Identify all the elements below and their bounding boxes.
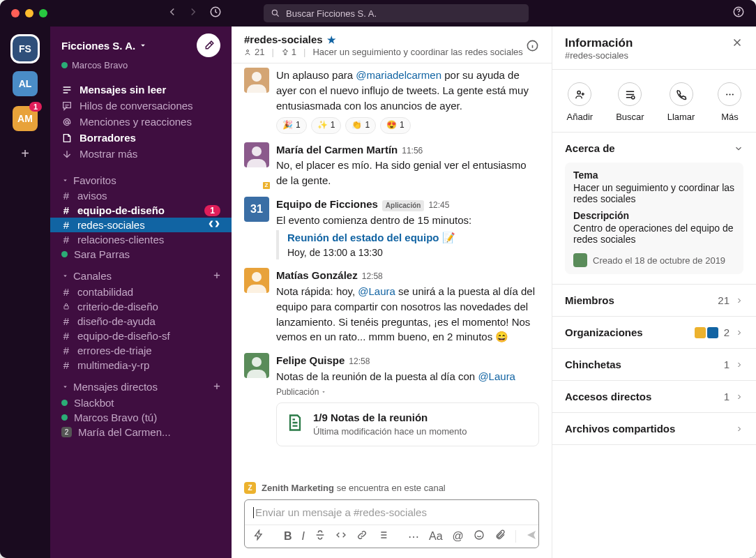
bold-icon[interactable]: B (284, 530, 292, 543)
sender-name[interactable]: Felipe Quispe (276, 353, 345, 368)
workspace-am[interactable]: AM1 (13, 106, 38, 131)
sender-name[interactable]: María del Carmen Martín (276, 142, 398, 158)
svg-rect-5 (64, 306, 68, 310)
shared-channel-notice: Z Zenith Marketing se encuentra en este … (232, 478, 552, 499)
workspace-fs[interactable]: FS (13, 36, 38, 61)
post-attachment[interactable]: 1/9 Notas de la reunión Última modificac… (276, 402, 539, 446)
section-starred[interactable]: Favoritos (50, 167, 232, 188)
action-find[interactable]: Buscar (616, 82, 644, 122)
close-icon[interactable] (731, 36, 743, 52)
creator-avatar[interactable] (573, 253, 587, 267)
avatar[interactable]: 31 (244, 197, 269, 222)
sender-name[interactable]: Matías González (276, 268, 358, 283)
reaction[interactable]: 😍1 (380, 117, 411, 133)
avatar[interactable] (244, 353, 269, 378)
channel-name[interactable]: #redes-sociales★ (244, 33, 539, 45)
channel-errores-triaje[interactable]: #errores-de-triaje (50, 343, 232, 358)
user-status[interactable]: Marcos Bravo (50, 60, 232, 79)
star-icon[interactable]: ★ (327, 34, 336, 45)
text-format-icon[interactable]: Aa (429, 530, 443, 543)
presence-dot (61, 62, 68, 68)
nav-more[interactable]: Mostrar más (50, 146, 232, 162)
link-icon[interactable] (356, 529, 368, 543)
row-files[interactable]: Archivos compartidos (552, 413, 756, 445)
dm-self[interactable]: Marcos Bravo (tú) (50, 410, 232, 425)
add-workspace[interactable]: + (13, 141, 38, 166)
avatar[interactable] (244, 142, 269, 167)
members-count[interactable]: 21 (244, 47, 264, 57)
svg-point-9 (577, 91, 580, 93)
workspace-rail: FS AL AM1 + (0, 27, 50, 558)
channel-multimedia-rp[interactable]: #multimedia-y-rp (50, 358, 232, 372)
starred-redes-sociales[interactable]: #redes-sociales (50, 218, 232, 232)
minimize-window[interactable] (25, 9, 33, 17)
action-add[interactable]: Añadir (567, 82, 594, 122)
starred-relaciones-clientes[interactable]: #relaciones-clientes (50, 232, 232, 247)
emoji-icon[interactable] (474, 529, 485, 543)
row-orgs[interactable]: Organizaciones2 (552, 317, 756, 349)
lightning-icon[interactable] (253, 529, 264, 543)
row-pins[interactable]: Chinchetas1 (552, 349, 756, 381)
starred-equipo-diseno[interactable]: #equipo-de-diseño1 (50, 203, 232, 218)
compose-button[interactable] (197, 33, 220, 57)
search-input[interactable]: Buscar Ficciones S. A. (264, 4, 529, 22)
about-section: Acerca de Tema Hacer un seguimiento y co… (552, 133, 756, 285)
channel-criterio-diseno[interactable]: criterio-de-diseño (50, 299, 232, 314)
nav-threads[interactable]: Hilos de conversaciones (50, 98, 232, 114)
event-attachment[interactable]: Reunión del estado del equipo 📝 Hoy, de … (276, 230, 539, 259)
maximize-window[interactable] (39, 9, 47, 17)
row-shortcuts[interactable]: Accesos directos1 (552, 381, 756, 413)
add-channel[interactable]: + (213, 269, 220, 282)
info-icon[interactable] (526, 39, 539, 55)
nav-unread[interactable]: Mensajes sin leer (50, 82, 232, 98)
action-more[interactable]: Más (718, 82, 741, 122)
close-window[interactable] (11, 9, 20, 17)
nav-mentions[interactable]: Menciones y reacciones (50, 114, 232, 130)
workspace-al[interactable]: AL (13, 71, 38, 96)
mention[interactable]: @Laura (478, 370, 515, 382)
channel-diseno-ayuda[interactable]: #diseño-de-ayuda (50, 314, 232, 329)
channel-contabilidad[interactable]: #contabilidad (50, 285, 232, 299)
topic-value[interactable]: Hacer un seguimiento y coordinar las red… (573, 182, 735, 204)
avatar[interactable] (244, 68, 269, 93)
help-icon[interactable] (732, 6, 745, 21)
add-dm[interactable]: + (213, 379, 220, 393)
channel-topic[interactable]: Hacer un seguimiento y coordinar las red… (312, 47, 522, 57)
reaction[interactable]: ✨1 (311, 117, 342, 133)
nav-drafts[interactable]: Borradores (50, 130, 232, 146)
section-channels[interactable]: Canales+ (50, 262, 232, 285)
section-dms[interactable]: Mensajes directos+ (50, 372, 232, 395)
attach-icon[interactable] (494, 529, 506, 543)
publication-label[interactable]: Publicación (276, 386, 539, 398)
avatar[interactable] (244, 268, 269, 293)
dm-slackbot[interactable]: Slackbot (50, 395, 232, 410)
forward-icon[interactable] (187, 6, 199, 21)
code-icon[interactable] (335, 529, 347, 543)
about-toggle[interactable]: Acerca de (565, 142, 743, 154)
action-call[interactable]: Llamar (667, 82, 695, 122)
channel-equipo-diseno-sf[interactable]: #equipo-de-diseño-sf (50, 329, 232, 343)
reaction[interactable]: 🎉1 (276, 117, 307, 133)
send-icon[interactable] (526, 529, 537, 543)
dm-maria[interactable]: 2María del Carmen... (50, 425, 232, 439)
row-members[interactable]: Miembros21 (552, 285, 756, 317)
list-icon[interactable] (377, 529, 388, 543)
italic-icon[interactable]: I (302, 530, 305, 543)
mention-icon[interactable]: @ (453, 530, 464, 543)
pins-count[interactable]: 1 (281, 47, 296, 57)
more-formatting-icon[interactable]: ⋯ (408, 530, 419, 543)
sender-name[interactable]: Equipo de Ficciones (276, 197, 378, 212)
desc-value[interactable]: Centro de operaciones del equipo de rede… (573, 223, 735, 245)
mention[interactable]: @Laura (358, 285, 395, 297)
reaction[interactable]: 👏1 (345, 117, 376, 133)
starred-avisos[interactable]: #avisos (50, 188, 232, 203)
back-icon[interactable] (166, 6, 179, 21)
workspace-title[interactable]: Ficciones S. A. (61, 40, 148, 52)
svg-point-13 (732, 93, 734, 95)
mention[interactable]: @mariadelcarmen (356, 69, 441, 81)
history-icon[interactable] (209, 6, 222, 21)
details-actions: Añadir Buscar Llamar Más (552, 70, 756, 133)
starred-sara-parras[interactable]: Sara Parras (50, 247, 232, 262)
strike-icon[interactable] (315, 529, 326, 543)
composer-input[interactable]: Enviar un mensaje a #redes-sociales (245, 500, 538, 525)
